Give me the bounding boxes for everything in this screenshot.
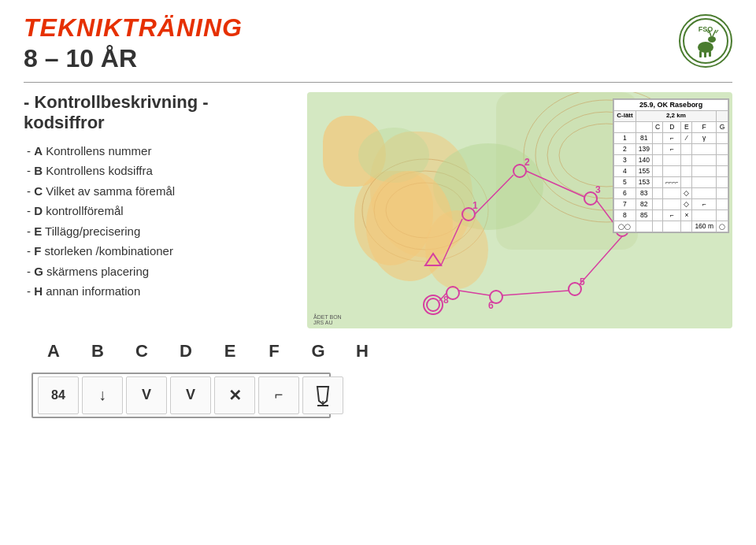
symbol-angle: ⌐ <box>258 376 299 414</box>
logo: FSO <box>679 14 732 68</box>
bottom-letter-d: D <box>164 341 208 361</box>
table-row: 782 ◇⌐ <box>614 198 728 209</box>
bottom-letter-b: B <box>76 341 120 361</box>
svg-rect-4 <box>699 51 702 57</box>
svg-text:FSO: FSO <box>699 25 713 33</box>
svg-text:5: 5 <box>580 276 585 287</box>
symbol-v1: V <box>126 376 167 414</box>
list-item-f: F storleken /kombinationer <box>24 241 291 261</box>
table-row: 181 ⌐∕γ <box>614 132 728 143</box>
svg-text:8: 8 <box>443 295 449 306</box>
letters-row: A B C D E F G H <box>24 341 732 361</box>
svg-point-33 <box>490 291 502 303</box>
bottom-section: A B C D E F G H 84 ↓ V V ✕ ⌐ <box>24 341 732 418</box>
svg-text:1: 1 <box>472 200 478 211</box>
svg-line-44 <box>502 291 569 295</box>
bottom-letter-c: C <box>120 341 164 361</box>
bottom-letter-g: G <box>296 341 340 361</box>
svg-point-31 <box>569 283 581 295</box>
header: TEKNIKTRÄNING 8 – 10 ÅR FSO <box>24 14 732 74</box>
list-items: A Kontrollens nummer B Kontrollens kodsi… <box>24 141 291 302</box>
letter-h: H <box>34 284 43 298</box>
bottom-letter-a: A <box>32 341 76 361</box>
table-row: 683 ◇ <box>614 187 728 198</box>
logo-svg: FSO <box>682 17 729 65</box>
list-item-d: D kontrollföremål <box>24 201 291 221</box>
header-left: TEKNIKTRÄNING 8 – 10 ÅR <box>24 14 243 74</box>
table-row: 5153 ⌐⌐⌐⌐ <box>614 176 728 187</box>
svg-point-35 <box>447 287 459 299</box>
list-item-e: E Tillägg/precisering <box>24 221 291 242</box>
section-title: - Kontrollbeskrivning - kodsiffror <box>24 92 291 133</box>
class-label: C-lätt <box>614 111 636 121</box>
title-teknik: TEKNIKTRÄNING <box>24 14 243 42</box>
letter-b: B <box>34 164 43 177</box>
symbol-number: 84 <box>38 376 79 414</box>
left-panel: - Kontrollbeskrivning - kodsiffror A Kon… <box>24 92 291 328</box>
letter-e: E <box>34 224 42 238</box>
table-row-header: C DEFG <box>614 121 728 132</box>
svg-line-45 <box>459 291 490 295</box>
letter-a: A <box>34 144 43 158</box>
bottom-letter-e: E <box>208 341 252 361</box>
svg-point-37 <box>427 298 439 311</box>
letter-g: G <box>34 265 43 278</box>
table-row: 4155 <box>614 165 728 176</box>
list-item-c: C Vilket av samma föremål <box>24 181 291 202</box>
list-item-h: H annan information <box>24 281 291 302</box>
symbol-arrow-down: ↓ <box>82 376 123 414</box>
map-container: 1 2 3 4 5 6 <box>307 92 732 328</box>
svg-rect-6 <box>709 51 711 57</box>
bottom-letter-h: H <box>340 341 384 361</box>
svg-point-3 <box>708 36 716 43</box>
svg-point-2 <box>698 42 713 53</box>
svg-text:6: 6 <box>488 300 494 311</box>
letter-f: F <box>34 244 41 258</box>
list-item-g: G skärmens placering <box>24 261 291 282</box>
svg-line-46 <box>439 293 447 301</box>
bottom-letter-f: F <box>252 341 296 361</box>
table-row: 2139 ⌐ <box>614 143 728 154</box>
letter-c: C <box>34 184 43 198</box>
table-row: 3140 <box>614 154 728 165</box>
letter-d: D <box>34 204 43 217</box>
control-table: 25.9, OK Raseborg C-lätt 2,2 km C DEFG 1… <box>613 98 729 234</box>
distance-label: 2,2 km <box>636 111 716 121</box>
symbols-row: 84 ↓ V V ✕ ⌐ <box>32 373 331 418</box>
empty-header <box>717 111 728 121</box>
title-age: 8 – 10 ÅR <box>24 43 243 73</box>
symbol-cross: ✕ <box>214 376 255 414</box>
event-title: 25.9, OK Raseborg <box>614 99 728 111</box>
main-content: - Kontrollbeskrivning - kodsiffror A Kon… <box>24 92 732 328</box>
cup-icon <box>312 384 334 407</box>
table-row-finish: ◯◯ 160 m◯ <box>614 221 728 232</box>
right-panel: 1 2 3 4 5 6 <box>307 92 732 328</box>
symbol-v2: V <box>170 376 211 414</box>
list-item-a: A Kontrollens nummer <box>24 141 291 161</box>
svg-line-8 <box>713 30 716 36</box>
svg-point-38 <box>424 295 443 314</box>
header-divider <box>24 82 732 83</box>
symbol-cup <box>302 376 343 414</box>
page: TEKNIKTRÄNING 8 – 10 ÅR FSO <box>0 0 756 545</box>
map-attribution: ÅDET BONJRS AU <box>313 314 342 325</box>
table-row: 885 ⌐× <box>614 210 728 221</box>
list-item-b: B Kontrollens kodsiffra <box>24 161 291 181</box>
svg-rect-5 <box>704 51 706 57</box>
